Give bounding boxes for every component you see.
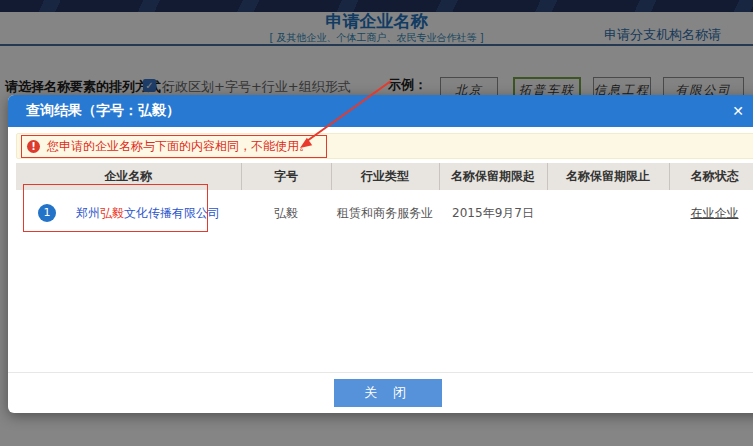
modal-titlebar: 查询结果（字号：弘毅） ✕ xyxy=(8,95,753,127)
company-name-suffix: 文化传播有限公司 xyxy=(124,206,220,220)
tradename-cell: 弘毅 xyxy=(241,190,331,236)
row-index-badge: 1 xyxy=(38,204,56,222)
warning-text: 您申请的企业名称与下面的内容相同，不能使用。 xyxy=(47,138,311,155)
modal-title-text: 查询结果（字号：弘毅） xyxy=(26,102,180,120)
close-icon[interactable]: ✕ xyxy=(732,103,744,119)
company-name-link[interactable]: 郑州弘毅文化传播有限公司 xyxy=(76,205,220,222)
table-row: 1 郑州弘毅文化传播有限公司 弘毅 租赁和商务服务业 2015年9月7日 在业企… xyxy=(16,190,753,236)
status-link[interactable]: 在业企业 xyxy=(691,206,739,220)
results-table: 企业名称 字号 行业类型 名称保留期限起 名称保留期限止 名称状态 1 郑州弘毅… xyxy=(16,163,753,236)
company-name-cell: 1 郑州弘毅文化传播有限公司 xyxy=(16,204,241,222)
reserve-start-cell: 2015年9月7日 xyxy=(439,190,547,236)
close-button[interactable]: 关 闭 xyxy=(334,379,442,407)
col-reserve-start: 名称保留期限起 xyxy=(439,163,547,190)
modal-footer: 关 闭 xyxy=(8,372,753,413)
col-company-name: 企业名称 xyxy=(16,163,241,190)
status-cell: 在业企业 xyxy=(669,190,753,236)
col-industry: 行业类型 xyxy=(331,163,439,190)
warning-banner: ! 您申请的企业名称与下面的内容相同，不能使用。 xyxy=(16,133,753,159)
company-name-prefix: 郑州 xyxy=(76,206,100,220)
query-result-modal: 查询结果（字号：弘毅） ✕ ! 您申请的企业名称与下面的内容相同，不能使用。 企… xyxy=(8,95,753,413)
table-header-row: 企业名称 字号 行业类型 名称保留期限起 名称保留期限止 名称状态 xyxy=(16,163,753,190)
col-tradename: 字号 xyxy=(241,163,331,190)
industry-cell: 租赁和商务服务业 xyxy=(331,190,439,236)
reserve-end-cell xyxy=(547,190,669,236)
modal-body: ! 您申请的企业名称与下面的内容相同，不能使用。 企业名称 字号 行业类型 名称… xyxy=(16,127,753,236)
col-reserve-end: 名称保留期限止 xyxy=(547,163,669,190)
col-status: 名称状态 xyxy=(669,163,753,190)
company-name-highlight: 弘毅 xyxy=(100,206,124,220)
warning-icon: ! xyxy=(27,140,40,153)
